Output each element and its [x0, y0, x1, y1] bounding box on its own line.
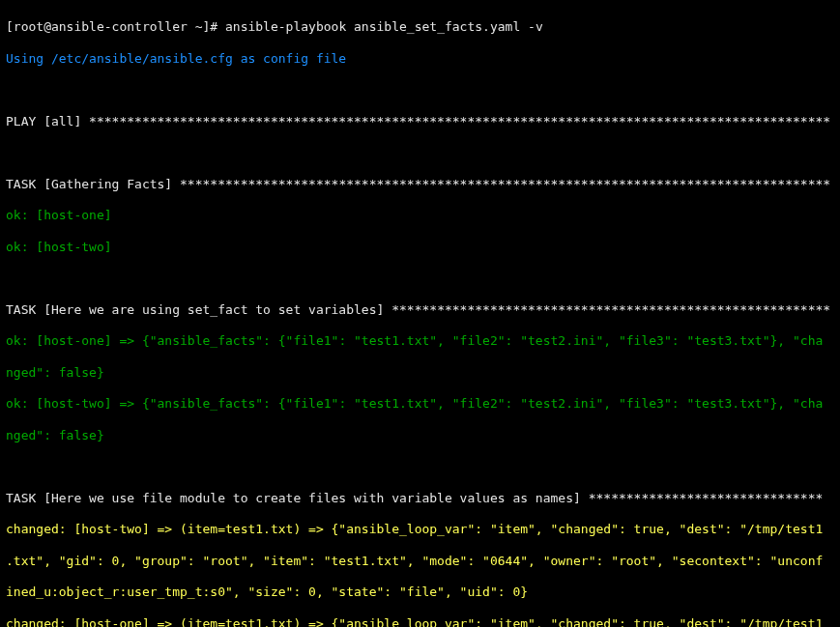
- terminal-output[interactable]: [root@ansible-controller ~]# ansible-pla…: [0, 0, 840, 627]
- ok-host-two: ok: [host-two]: [6, 240, 834, 255]
- stars-icon: ****************************************…: [391, 302, 830, 317]
- task-file-header: TASK [Here we use file module to create …: [6, 491, 834, 506]
- task-label: TASK [Here we are using set_fact to set …: [6, 302, 391, 317]
- config-file-line: Using /etc/ansible/ansible.cfg as config…: [6, 51, 834, 67]
- ok-prefix: ok: [host-one]: [6, 333, 112, 348]
- changed-line: changed: [host-one] => (item=test1.txt) …: [6, 616, 834, 627]
- setfact-host-two: ok: [host-two] => {"ansible_facts": {"fi…: [6, 396, 834, 412]
- changed-line: .txt", "gid": 0, "group": "root", "item"…: [6, 554, 834, 569]
- setfact-host-one-wrap: nged": false}: [6, 365, 834, 381]
- stars-icon: *******************************: [589, 491, 824, 505]
- task-label: TASK [Here we use file module to create …: [6, 491, 589, 505]
- task-setfact-header: TASK [Here we are using set_fact to set …: [6, 302, 834, 318]
- stars-icon: ****************************************…: [89, 114, 830, 128]
- blank: [6, 82, 834, 98]
- changed-line: changed: [host-two] => (item=test1.txt) …: [6, 522, 834, 537]
- prompt-line: [root@ansible-controller ~]# ansible-pla…: [6, 19, 834, 35]
- play-label: PLAY [all]: [6, 114, 89, 128]
- prompt-command: ansible-playbook ansible_set_facts.yaml …: [225, 19, 543, 34]
- setfact-host-one: ok: [host-one] => {"ansible_facts": {"fi…: [6, 333, 834, 349]
- json-body: => {"ansible_facts": {"file1": "test1.tx…: [112, 396, 824, 411]
- ok-prefix: ok: [host-two]: [6, 396, 112, 411]
- blank: [6, 271, 834, 286]
- stars-icon: ****************************************…: [180, 177, 830, 191]
- ok-host-one: ok: [host-one]: [6, 208, 834, 223]
- play-header: PLAY [all] *****************************…: [6, 114, 834, 129]
- setfact-host-two-wrap: nged": false}: [6, 428, 834, 443]
- changed-line: ined_u:object_r:user_tmp_t:s0", "size": …: [6, 584, 834, 600]
- task-label: TASK [Gathering Facts]: [6, 177, 180, 191]
- json-body: => {"ansible_facts": {"file1": "test1.tx…: [112, 333, 824, 348]
- prompt-user: [root@ansible-controller ~]#: [6, 19, 217, 34]
- blank: [6, 459, 834, 474]
- blank: [6, 145, 834, 160]
- task-gathering-header: TASK [Gathering Facts] *****************…: [6, 177, 834, 192]
